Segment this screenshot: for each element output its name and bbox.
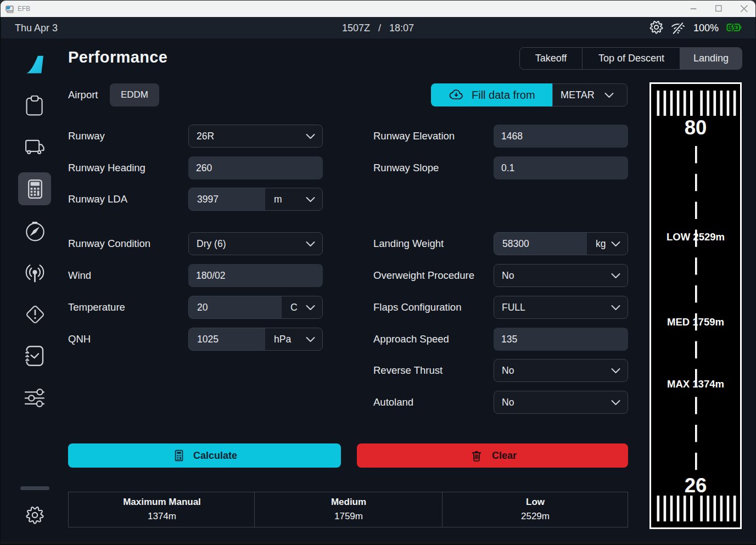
svg-text:MED 1759m: MED 1759m <box>667 316 724 328</box>
svg-text:26: 26 <box>685 474 707 497</box>
svg-text:LOW 2529m: LOW 2529m <box>667 231 725 243</box>
svg-text:MAX 1374m: MAX 1374m <box>667 378 724 390</box>
svg-text:80: 80 <box>685 116 707 139</box>
